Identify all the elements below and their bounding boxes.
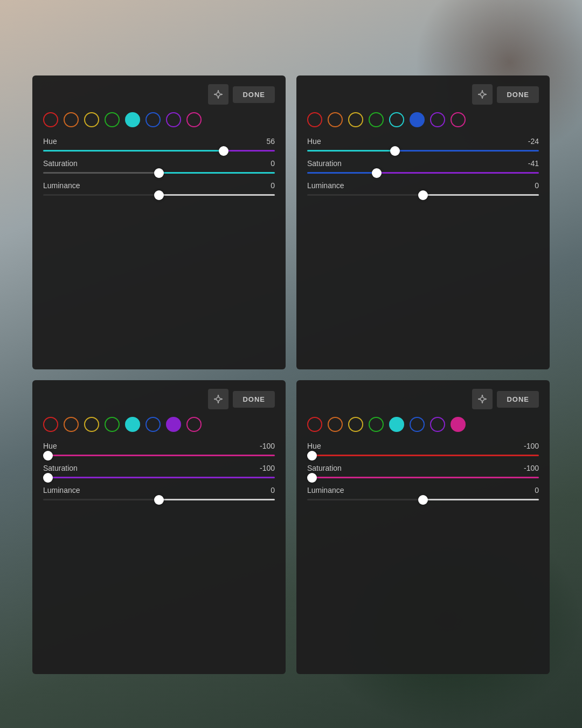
slider-track-right <box>159 499 275 500</box>
color-circle-magenta[interactable] <box>451 112 466 127</box>
slider-value-saturation: -100 <box>524 464 539 472</box>
color-circle-blue[interactable] <box>146 417 161 432</box>
slider-thumb-luminance[interactable] <box>154 495 164 505</box>
panel-header: DONE <box>43 84 275 105</box>
slider-thumb-saturation[interactable] <box>43 473 53 483</box>
color-circle-cyan[interactable] <box>389 417 404 432</box>
slider-value-luminance: 0 <box>271 181 275 190</box>
color-circle-cyan[interactable] <box>125 417 140 432</box>
slider-track-saturation[interactable] <box>307 477 539 478</box>
slider-label-row: Luminance0 <box>307 181 539 190</box>
slider-track-left <box>43 150 224 152</box>
move-button[interactable] <box>208 84 228 105</box>
slider-track-luminance[interactable] <box>43 499 275 500</box>
svg-marker-14 <box>481 90 483 92</box>
slider-track-right <box>423 499 539 500</box>
slider-track-saturation[interactable] <box>43 172 275 174</box>
color-circle-purple[interactable] <box>430 417 445 432</box>
move-button[interactable] <box>208 389 228 409</box>
move-button[interactable] <box>472 389 493 409</box>
slider-thumb-hue[interactable] <box>307 451 317 461</box>
color-circle-orange[interactable] <box>328 417 343 432</box>
slider-row-luminance: Luminance0 <box>307 181 539 196</box>
done-button[interactable]: DONE <box>233 86 275 103</box>
move-icon <box>477 90 487 99</box>
slider-thumb-luminance[interactable] <box>418 495 428 505</box>
color-circle-orange[interactable] <box>64 112 79 127</box>
panel-1: DONEHue-24Saturation-41Luminance0 <box>296 75 550 369</box>
color-circle-purple[interactable] <box>166 112 181 127</box>
slider-row-hue: Hue56 <box>43 137 275 152</box>
panel-3: DONEHue-100Saturation-100Luminance0 <box>296 380 550 674</box>
svg-marker-35 <box>485 398 487 400</box>
slider-track-saturation[interactable] <box>307 172 539 174</box>
color-circle-yellow[interactable] <box>348 417 363 432</box>
done-button[interactable]: DONE <box>233 391 275 408</box>
color-circle-magenta[interactable] <box>451 417 466 432</box>
slider-thumb-hue[interactable] <box>219 146 228 156</box>
move-icon <box>213 394 223 404</box>
slider-thumb-luminance[interactable] <box>418 190 428 200</box>
color-circle-green[interactable] <box>105 417 120 432</box>
slider-value-saturation: -41 <box>528 159 539 168</box>
color-circle-orange[interactable] <box>328 112 343 127</box>
slider-track-hue[interactable] <box>43 150 275 152</box>
slider-row-saturation: Saturation0 <box>43 159 275 174</box>
color-circle-cyan[interactable] <box>389 112 404 127</box>
slider-thumb-saturation[interactable] <box>307 473 317 483</box>
color-circle-blue[interactable] <box>410 417 425 432</box>
slider-label-row: Luminance0 <box>43 181 275 190</box>
color-circle-yellow[interactable] <box>84 417 99 432</box>
color-circle-magenta[interactable] <box>186 112 202 127</box>
color-circle-purple[interactable] <box>430 112 445 127</box>
color-circle-purple[interactable] <box>166 417 181 432</box>
slider-value-hue: -100 <box>524 442 539 450</box>
color-circle-yellow[interactable] <box>84 112 99 127</box>
slider-row-hue: Hue-24 <box>307 137 539 152</box>
color-circle-red[interactable] <box>307 417 322 432</box>
slider-label-row: Saturation-100 <box>307 464 539 472</box>
slider-label-row: Luminance0 <box>307 486 539 495</box>
svg-marker-23 <box>217 395 219 396</box>
slider-track-luminance[interactable] <box>307 499 539 500</box>
slider-track-hue[interactable] <box>43 455 275 456</box>
color-circle-red[interactable] <box>307 112 322 127</box>
color-circle-blue[interactable] <box>146 112 161 127</box>
color-circle-green[interactable] <box>105 112 120 127</box>
slider-row-saturation: Saturation-41 <box>307 159 539 174</box>
color-circle-cyan[interactable] <box>125 112 140 127</box>
slider-track-left <box>307 172 377 174</box>
done-button[interactable]: DONE <box>497 391 539 408</box>
done-button[interactable]: DONE <box>497 86 539 103</box>
move-button[interactable] <box>472 84 493 105</box>
color-circle-magenta[interactable] <box>186 417 202 432</box>
slider-thumb-saturation[interactable] <box>372 168 382 178</box>
color-circle-orange[interactable] <box>64 417 79 432</box>
color-circle-green[interactable] <box>369 417 384 432</box>
slider-track-hue[interactable] <box>307 150 539 152</box>
color-circle-blue[interactable] <box>410 112 425 127</box>
slider-label-saturation: Saturation <box>307 159 342 168</box>
slider-row-hue: Hue-100 <box>307 442 539 456</box>
slider-thumb-saturation[interactable] <box>154 168 164 178</box>
svg-point-27 <box>481 397 484 401</box>
slider-track-luminance[interactable] <box>43 194 275 196</box>
slider-track-right <box>224 150 275 152</box>
svg-marker-25 <box>214 398 216 400</box>
slider-thumb-luminance[interactable] <box>154 190 164 200</box>
slider-track-saturation[interactable] <box>43 477 275 478</box>
svg-marker-7 <box>214 93 216 95</box>
slider-thumb-hue[interactable] <box>43 451 53 461</box>
slider-track-left <box>307 150 395 152</box>
color-circle-red[interactable] <box>43 112 58 127</box>
slider-track-hue[interactable] <box>307 455 539 456</box>
svg-point-18 <box>217 397 220 401</box>
svg-marker-34 <box>478 398 480 400</box>
panel-header: DONE <box>43 389 275 409</box>
color-circle-yellow[interactable] <box>348 112 363 127</box>
color-circle-red[interactable] <box>43 417 58 432</box>
slider-track-luminance[interactable] <box>307 194 539 196</box>
slider-track-left <box>307 499 423 500</box>
color-circle-green[interactable] <box>369 112 384 127</box>
slider-thumb-hue[interactable] <box>390 146 400 156</box>
